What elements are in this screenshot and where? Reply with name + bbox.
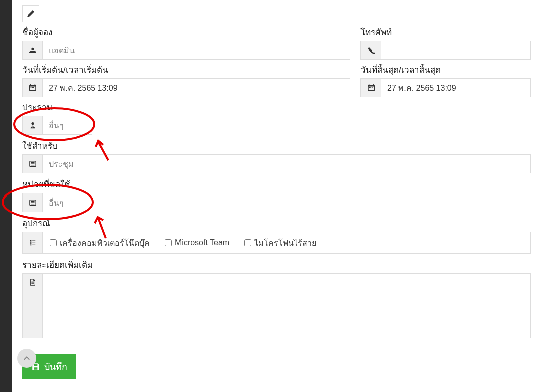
equipment-checkbox-1[interactable] — [165, 239, 172, 246]
label-booker-name: ชื่อผู้จอง — [22, 25, 350, 39]
form-content: ชื่อผู้จอง โทรศัพท์ วันที่เริ่มต้น/เวลาเ… — [12, 0, 541, 379]
phone-icon — [361, 41, 381, 59]
chevron-up-icon — [23, 354, 31, 362]
checkbox-group: เครื่องคอมพิวเตอร์โน๊ตบุ๊ค Microsoft Tea… — [43, 237, 323, 249]
input-group-end-datetime — [360, 78, 531, 97]
input-group-phone — [360, 41, 531, 60]
checklist-icon — [23, 232, 43, 253]
end-datetime-input[interactable] — [381, 79, 530, 97]
edit-button[interactable] — [22, 5, 39, 22]
section-equipment: อุปกรณ์ เครื่องคอมพิวเตอร์โน๊ตบุ๊ค Micro… — [22, 216, 531, 254]
equipment-option-2[interactable]: ไมโครโฟนไร้สาย — [244, 237, 316, 249]
label-use-for: ใช้สำหรับ — [22, 139, 531, 152]
input-group-chairman — [22, 116, 92, 135]
svg-rect-2 — [33, 87, 34, 88]
user-tie-icon — [23, 116, 43, 134]
equipment-option-0[interactable]: เครื่องคอมพิวเตอร์โน๊ตบุ๊ค — [50, 237, 150, 249]
section-additional-details: รายละเอียดเพิ่มเติม — [22, 258, 531, 338]
svg-rect-3 — [369, 87, 370, 88]
textarea-group — [22, 273, 531, 338]
equipment-label-1: Microsoft Team — [175, 238, 229, 247]
booker-name-input[interactable] — [43, 41, 350, 59]
label-equipment: อุปกรณ์ — [22, 216, 531, 230]
start-datetime-input[interactable] — [43, 79, 350, 97]
additional-details-textarea[interactable] — [43, 274, 530, 338]
save-button-label: บันทึก — [44, 359, 67, 374]
scroll-to-top-button[interactable] — [17, 349, 36, 368]
svg-rect-4 — [370, 87, 371, 88]
user-icon — [23, 41, 43, 59]
equipment-container: เครื่องคอมพิวเตอร์โน๊ตบุ๊ค Microsoft Tea… — [22, 232, 531, 254]
equipment-checkbox-2[interactable] — [244, 239, 251, 246]
label-additional-details: รายละเอียดเพิ่มเติม — [22, 258, 531, 271]
equipment-checkbox-0[interactable] — [50, 239, 57, 246]
document-icon — [23, 274, 43, 338]
svg-rect-1 — [32, 87, 33, 88]
equipment-option-1[interactable]: Microsoft Team — [165, 238, 229, 247]
requesting-unit-select[interactable] — [43, 193, 155, 212]
calendar-icon — [361, 79, 381, 97]
row-datetime: วันที่เริ่มต้น/เวลาเริ่มต้น วันที่สิ้นสุ… — [22, 63, 531, 97]
svg-rect-5 — [371, 87, 372, 88]
calendar-icon — [23, 79, 43, 97]
svg-rect-0 — [30, 87, 31, 88]
equipment-label-2: ไมโครโฟนไร้สาย — [254, 237, 316, 249]
pencil-icon — [27, 10, 34, 17]
sidebar-collapsed — [0, 0, 12, 392]
list-icon — [23, 193, 43, 212]
phone-input[interactable] — [381, 41, 530, 59]
label-chairman: ประธาน — [22, 100, 531, 114]
row-booker-phone: ชื่อผู้จอง โทรศัพท์ — [22, 25, 531, 60]
label-phone: โทรศัพท์ — [360, 25, 531, 39]
input-group-booker-name — [22, 41, 350, 60]
section-requesting-unit: หน่วยที่ขอใช้ — [22, 177, 531, 212]
equipment-label-0: เครื่องคอมพิวเตอร์โน๊ตบุ๊ค — [60, 237, 150, 249]
use-for-select[interactable] — [43, 155, 530, 173]
input-group-start-datetime — [22, 78, 350, 97]
section-chairman: ประธาน — [22, 100, 531, 135]
label-requesting-unit: หน่วยที่ขอใช้ — [22, 177, 531, 191]
label-end-datetime: วันที่สิ้นสุด/เวลาสิ้นสุด — [360, 63, 531, 76]
input-group-requesting-unit — [22, 193, 92, 212]
label-start-datetime: วันที่เริ่มต้น/เวลาเริ่มต้น — [22, 63, 350, 76]
input-group-use-for — [22, 154, 531, 173]
section-use-for: ใช้สำหรับ — [22, 139, 531, 173]
list-icon — [23, 155, 43, 173]
chairman-select[interactable] — [43, 116, 155, 134]
